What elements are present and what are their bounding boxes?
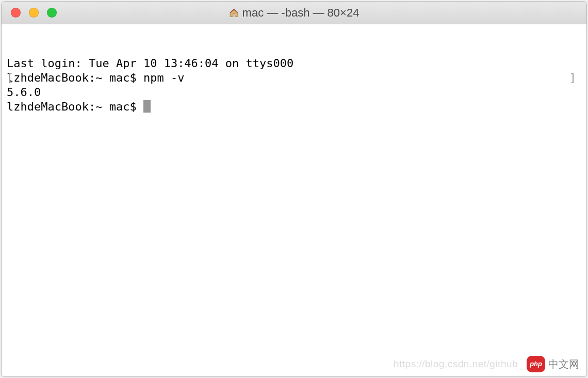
traffic-lights: [2, 8, 57, 18]
minimize-button[interactable]: [29, 8, 39, 18]
prompt-2: lzhdeMacBook:~ mac$: [7, 100, 143, 113]
command-line-1: [lzhdeMacBook:~ mac$ npm -v]: [7, 71, 581, 85]
titlebar[interactable]: mac — -bash — 80×24: [2, 2, 586, 24]
command-line-2: lzhdeMacBook:~ mac$: [7, 100, 581, 114]
watermark: https://blog.csdn.net/github_ php 中文网: [394, 356, 579, 372]
watermark-url: https://blog.csdn.net/github_: [394, 357, 524, 371]
title-container: mac — -bash — 80×24: [229, 6, 360, 20]
output-line-1: 5.6.0: [7, 85, 581, 100]
bracket-left: [: [7, 71, 13, 85]
home-icon: [229, 8, 239, 18]
terminal-window: mac — -bash — 80×24 Last login: Tue Apr …: [1, 1, 587, 377]
watermark-cn: 中文网: [548, 357, 579, 371]
close-button[interactable]: [11, 8, 21, 18]
command-1: npm -v: [143, 71, 184, 84]
bracket-right: ]: [569, 71, 576, 85]
window-title: mac — -bash — 80×24: [242, 6, 360, 20]
prompt-1: lzhdeMacBook:~ mac$: [7, 71, 143, 84]
terminal-body[interactable]: Last login: Tue Apr 10 13:46:04 on ttys0…: [2, 24, 586, 376]
last-login-line: Last login: Tue Apr 10 13:46:04 on ttys0…: [7, 56, 581, 71]
zoom-button[interactable]: [47, 8, 57, 18]
watermark-badge: php: [527, 356, 545, 372]
cursor: [143, 100, 151, 113]
